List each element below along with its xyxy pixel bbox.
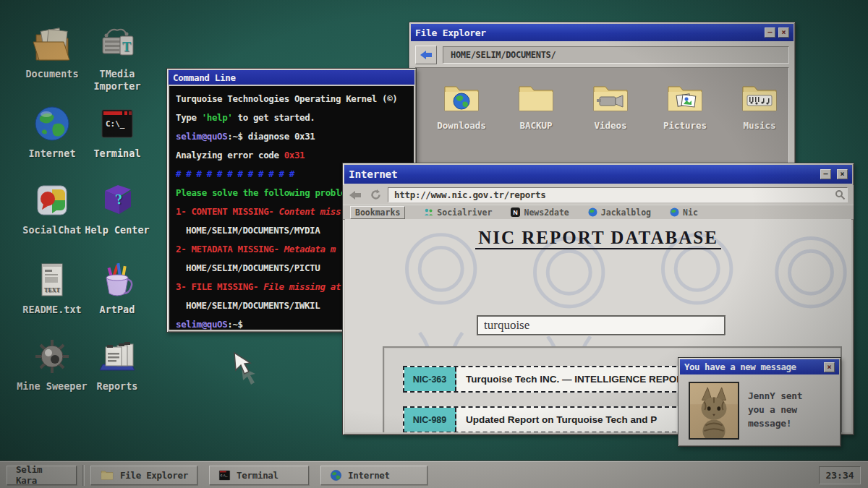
desktop-icon-help-center[interactable]: ? Help Center bbox=[77, 181, 158, 236]
text-file-icon: TEXT bbox=[34, 260, 70, 299]
pictures-folder-icon bbox=[664, 81, 706, 114]
terminal-line: selim@quOS:~$ diagnose 0x31 bbox=[176, 127, 407, 146]
search-icon[interactable] bbox=[835, 189, 846, 200]
minimize-button[interactable]: – bbox=[820, 169, 831, 179]
downloads-folder-icon bbox=[441, 81, 482, 114]
taskbar-clock: 23:34 bbox=[819, 466, 861, 484]
tmedia-importer-icon: T bbox=[97, 26, 137, 64]
minimize-button[interactable]: – bbox=[765, 27, 775, 38]
videos-folder-icon bbox=[590, 81, 631, 114]
bookmarks-label: Bookmarks bbox=[350, 206, 405, 219]
folder-pictures[interactable]: Pictures bbox=[650, 81, 720, 131]
desktop-icon-label: Reports bbox=[77, 380, 158, 393]
desktop-icon-terminal[interactable]: C:\_ Terminal bbox=[77, 104, 158, 160]
terminal-line: Type 'help' to get started. bbox=[176, 108, 407, 127]
svg-text:TEXT: TEXT bbox=[44, 287, 60, 294]
bookmarks-bar: Bookmarks Socialriver N News2date Jackal… bbox=[343, 205, 854, 220]
bookmark-jackalblog[interactable]: Jackalblog bbox=[588, 207, 651, 218]
close-button[interactable]: × bbox=[778, 27, 789, 38]
result-id-badge: NIC-363 bbox=[404, 367, 456, 391]
desktop-icon-artpad[interactable]: ArtPad bbox=[77, 260, 158, 316]
page-title: NIC REPORT DATABASE bbox=[345, 228, 851, 248]
back-button[interactable] bbox=[415, 46, 437, 64]
start-button[interactable]: Selim Kara bbox=[7, 466, 77, 485]
reload-icon bbox=[370, 189, 381, 200]
command-line-titlebar[interactable]: Command Line bbox=[169, 70, 414, 85]
back-arrow-icon bbox=[420, 51, 432, 59]
folder-label: Musics bbox=[724, 120, 789, 131]
svg-text:C:\_: C:\_ bbox=[106, 119, 125, 129]
globe-icon bbox=[33, 104, 72, 143]
folder-backup[interactable]: BACKUP bbox=[501, 81, 571, 131]
back-button[interactable] bbox=[347, 188, 363, 202]
folder-label: Pictures bbox=[650, 120, 720, 131]
window-title: File Explorer bbox=[415, 27, 762, 38]
url-input[interactable] bbox=[394, 189, 835, 200]
svg-text:T: T bbox=[122, 40, 131, 54]
mouse-cursor bbox=[231, 351, 260, 386]
desktop-icon-label: ArtPad bbox=[77, 304, 158, 316]
terminal-icon: C:\_ bbox=[218, 469, 231, 481]
bookmark-news2date[interactable]: N News2date bbox=[511, 207, 569, 218]
report-search-input[interactable] bbox=[477, 315, 726, 335]
desktop-icon-label: Terminal bbox=[77, 147, 158, 160]
jackalblog-globe-icon bbox=[588, 207, 597, 217]
musics-folder-icon bbox=[739, 81, 780, 114]
folder-musics[interactable]: Musics bbox=[724, 81, 789, 131]
notification-titlebar[interactable]: You have a new message × bbox=[680, 359, 839, 374]
taskbar-item-terminal[interactable]: C:\_ Terminal bbox=[209, 466, 309, 485]
back-arrow-icon bbox=[349, 191, 361, 200]
notification-title: You have a new message bbox=[684, 361, 821, 372]
svg-text:C:\_: C:\_ bbox=[221, 474, 228, 477]
internet-titlebar[interactable]: Internet – × bbox=[344, 165, 852, 184]
browser-toolbar bbox=[343, 185, 854, 205]
reload-button[interactable] bbox=[367, 188, 383, 202]
globe-icon bbox=[330, 469, 342, 481]
reports-icon bbox=[97, 337, 137, 376]
address-bar[interactable]: HOME/SELIM/DOCUMENTS/ bbox=[443, 46, 789, 64]
socialchat-icon bbox=[33, 181, 72, 220]
desktop-icon-label: TMedia Importer bbox=[77, 68, 158, 93]
desktop-icon-label: Help Center bbox=[77, 224, 158, 236]
news2date-icon: N bbox=[511, 207, 520, 217]
taskbar-divider bbox=[82, 465, 85, 486]
nic-globe-icon bbox=[670, 207, 679, 217]
bookmark-nic[interactable]: Nic bbox=[670, 207, 698, 218]
mine-icon bbox=[33, 337, 72, 376]
artpad-icon bbox=[98, 260, 137, 299]
socialriver-icon bbox=[424, 208, 433, 216]
folder-videos[interactable]: Videos bbox=[575, 81, 646, 131]
notification-message: JennY sent you a new message! bbox=[748, 382, 802, 439]
message-notification-popup[interactable]: You have a new message × JennY sent you … bbox=[678, 357, 841, 447]
close-button[interactable]: × bbox=[837, 169, 848, 179]
folder-label: BACKUP bbox=[501, 120, 571, 131]
terminal-icon: C:\_ bbox=[98, 104, 137, 143]
help-center-icon: ? bbox=[98, 181, 137, 220]
bookmark-socialriver[interactable]: Socialriver bbox=[424, 207, 492, 218]
taskbar-item-internet[interactable]: Internet bbox=[320, 466, 427, 485]
desktop-icon-reports[interactable]: Reports bbox=[77, 337, 158, 393]
folder-icon bbox=[100, 469, 114, 481]
taskbar: Selim Kara File Explorer C:\_ Terminal I… bbox=[0, 461, 868, 488]
backup-folder-icon bbox=[515, 81, 557, 114]
terminal-line: Turquoise Technologies Operating Kernel … bbox=[176, 90, 407, 108]
file-explorer-titlebar[interactable]: File Explorer – × bbox=[411, 24, 793, 41]
result-id-badge: NIC-989 bbox=[404, 408, 456, 432]
desktop-icon-tmedia-importer[interactable]: T TMedia Importer bbox=[77, 26, 158, 93]
taskbar-item-file-explorer[interactable]: File Explorer bbox=[90, 466, 197, 485]
svg-text:N: N bbox=[514, 209, 519, 216]
window-title: Command Line bbox=[173, 72, 410, 83]
folder-downloads[interactable]: Downloads bbox=[426, 81, 497, 131]
folder-label: Downloads bbox=[426, 120, 497, 131]
url-bar[interactable] bbox=[388, 187, 848, 202]
documents-folder-icon bbox=[32, 26, 72, 64]
folder-label: Videos bbox=[575, 120, 646, 131]
close-button[interactable]: × bbox=[824, 362, 835, 372]
sender-avatar-cat-photo bbox=[689, 382, 739, 440]
window-title: Internet bbox=[349, 168, 817, 180]
